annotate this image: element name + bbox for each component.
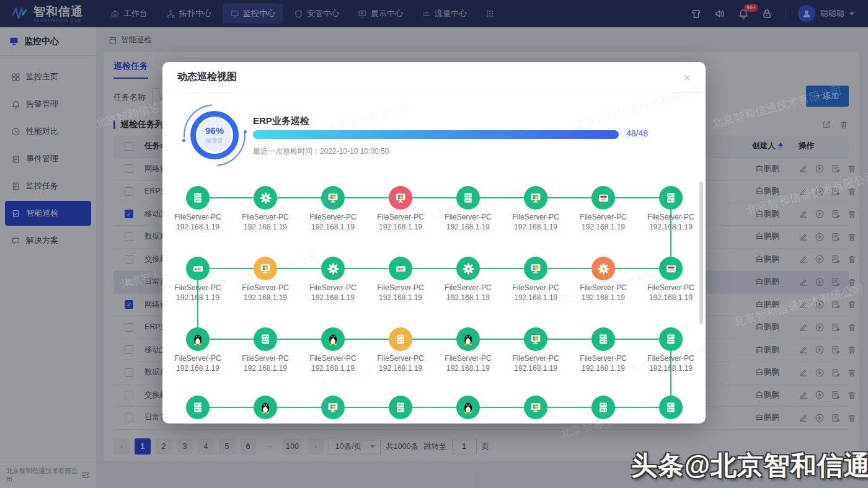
device-name: FileServer-PC [366, 422, 435, 424]
device-ip: 192.168.1.19 [569, 293, 637, 302]
device-name: FileServer-PC [569, 213, 637, 221]
close-icon[interactable]: × [683, 71, 691, 84]
linux-icon [326, 332, 340, 346]
huawei-icon [259, 192, 272, 205]
device-node-h3c[interactable]: H3C [186, 257, 210, 280]
server-icon [394, 401, 407, 414]
svg-text:H3C: H3C [397, 268, 404, 271]
device-node-server[interactable] [659, 186, 683, 210]
device-node-server[interactable] [254, 327, 277, 351]
modal-scrollbar[interactable] [699, 182, 703, 324]
device-node-h3c[interactable]: H3C [389, 257, 412, 280]
windows-icon [529, 401, 542, 414]
device-node-windows[interactable] [524, 186, 547, 210]
modal-header: 动态巡检视图 × [162, 62, 706, 93]
device-ip: 192.168.1.19 [299, 223, 367, 231]
device-name: FileServer-PC [231, 213, 299, 221]
device-node-linux[interactable] [254, 396, 277, 419]
device-ip: 192.168.1.19 [231, 223, 299, 231]
device-name: FileServer-PC [299, 213, 367, 221]
device-name: FileServer-PC [569, 354, 637, 363]
device-node-windows[interactable] [524, 327, 547, 351]
device-node-server[interactable] [591, 327, 615, 351]
device-node-linux[interactable] [186, 327, 210, 351]
device-ip: 192.168.1.19 [637, 223, 705, 231]
huawei-icon [462, 262, 475, 275]
device-name: FileServer-PC [231, 422, 299, 424]
windows-icon [259, 262, 272, 275]
device-node-linux[interactable] [456, 396, 480, 419]
server-icon [665, 333, 677, 345]
device-name: FileServer-PC [164, 283, 232, 292]
device-node-linux[interactable] [456, 327, 480, 351]
device-node-windows[interactable] [321, 396, 345, 419]
server-icon [259, 333, 272, 345]
device-node-server[interactable] [186, 186, 210, 210]
progress-bar [253, 130, 619, 139]
huawei-icon [327, 262, 340, 275]
device-name: FileServer-PC [366, 283, 435, 292]
server-icon [462, 192, 474, 204]
device-node-windows[interactable] [254, 257, 277, 280]
device-ip: 192.168.1.19 [434, 223, 502, 231]
server-icon [192, 401, 204, 414]
device-name: FileServer-PC [366, 354, 435, 363]
device-node-server[interactable] [456, 186, 480, 210]
device-name: FileServer-PC [164, 354, 232, 363]
linux-icon [259, 401, 272, 414]
device-node-server[interactable] [591, 396, 615, 419]
device-name: FileServer-PC [434, 213, 502, 221]
device-name: FileServer-PC [637, 213, 705, 221]
windows-icon [529, 333, 542, 345]
device-node-server[interactable] [389, 396, 412, 419]
device-node-huawei[interactable] [591, 257, 615, 280]
device-ip: 192.168.1.19 [299, 293, 367, 302]
server-icon [665, 192, 677, 204]
device-node-windows[interactable] [524, 396, 547, 419]
device-node-server[interactable] [659, 327, 683, 351]
device-node-windows[interactable] [321, 186, 345, 210]
linux-icon [461, 332, 475, 346]
progress-count: 48/48 [626, 128, 648, 138]
device-node-oracle[interactable]: oracle [591, 186, 615, 210]
device-ip: 192.168.1.19 [164, 293, 232, 302]
device-node-server[interactable] [659, 396, 683, 419]
server-icon [192, 192, 204, 204]
h3c-icon: H3C [192, 262, 205, 275]
device-name: FileServer-PC [231, 354, 299, 363]
svg-text:oracle: oracle [668, 269, 673, 272]
device-node-windows[interactable] [524, 257, 547, 280]
linux-icon [191, 332, 205, 346]
dynamic-inspection-modal: 动态巡检视图 × 北京智和信通技术有限公司北京智和信通技术有限公司北京智和信通技… [162, 62, 706, 424]
device-node-linux[interactable] [321, 327, 345, 351]
last-inspection-time: 最近一次巡检时间：2022-10-10 10:00:50 [253, 146, 389, 157]
device-ip: 192.168.1.19 [502, 293, 570, 302]
device-ip: 192.168.1.19 [569, 364, 637, 373]
device-name: FileServer-PC [502, 283, 570, 292]
device-node-huawei[interactable] [254, 186, 277, 210]
device-ip: 192.168.1.19 [164, 364, 232, 373]
device-name: FileServer-PC [569, 422, 637, 424]
photo-watermark: 头条@北京智和信通 [631, 448, 868, 483]
device-node-server[interactable] [186, 396, 210, 419]
device-name: FileServer-PC [434, 354, 502, 363]
device-ip: 192.168.1.19 [366, 223, 435, 231]
svg-text:oracle: oracle [600, 198, 606, 201]
device-node-server[interactable] [389, 327, 412, 351]
device-ip: 192.168.1.19 [637, 293, 705, 302]
device-name: FileServer-PC [502, 354, 570, 363]
device-name: FileServer-PC [366, 213, 435, 221]
server-icon [665, 401, 677, 414]
health-label: 健康度 [206, 137, 224, 145]
device-node-oracle[interactable]: oracle [659, 257, 683, 280]
h3c-icon: H3C [394, 262, 407, 275]
device-node-windows[interactable] [389, 186, 412, 210]
gauge-dot [182, 139, 185, 142]
server-icon [597, 333, 609, 345]
device-name: FileServer-PC [637, 283, 705, 292]
device-ip: 192.168.1.19 [299, 364, 367, 373]
device-node-huawei[interactable] [456, 257, 480, 280]
svg-text:H3C: H3C [195, 268, 201, 271]
windows-icon [327, 401, 339, 414]
device-node-huawei[interactable] [321, 257, 345, 280]
